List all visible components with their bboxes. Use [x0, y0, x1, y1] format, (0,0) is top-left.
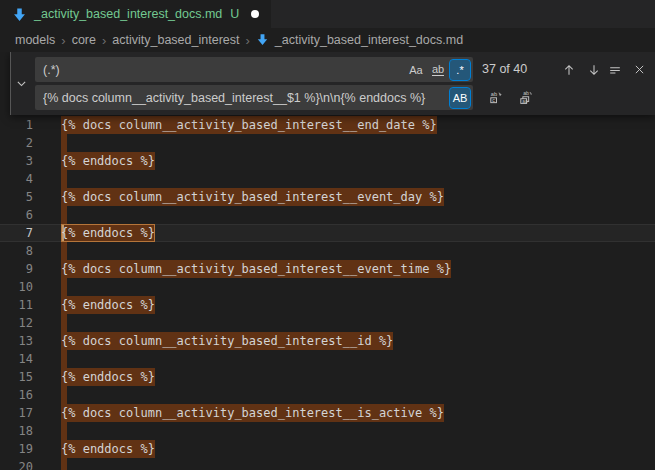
replace-button[interactable]: ab c	[485, 87, 506, 108]
find-query-text: (.*)	[43, 63, 404, 77]
toggle-replace-button[interactable]	[11, 52, 31, 115]
editor-line[interactable]: 9 {% docs column__activity_based_interes…	[0, 260, 655, 278]
next-match-button[interactable]	[583, 59, 604, 80]
find-match-highlight	[61, 422, 67, 440]
line-number: 2	[0, 134, 33, 152]
find-match-highlight	[61, 386, 67, 404]
editor-line[interactable]: 7 {% enddocs %}	[0, 224, 655, 242]
find-match-highlight	[61, 242, 67, 260]
whole-word-button[interactable]: ab	[428, 60, 448, 80]
line-text: {% enddocs %}	[61, 440, 155, 458]
line-number: 11	[0, 296, 33, 314]
line-text	[61, 422, 67, 440]
editor-line[interactable]: 2	[0, 134, 655, 152]
line-number: 12	[0, 314, 33, 332]
close-icon	[633, 63, 646, 76]
line-number: 14	[0, 350, 33, 368]
line-text: {% enddocs %}	[61, 296, 155, 314]
editor-line[interactable]: 1 {% docs column__activity_based_interes…	[0, 116, 655, 134]
line-number: 16	[0, 386, 33, 404]
regex-button[interactable]: .*	[450, 60, 470, 80]
find-match-highlight: {% docs column__activity_based_interest_…	[61, 116, 437, 134]
breadcrumb-item[interactable]: activity_based_interest	[112, 33, 239, 47]
replace-all-button[interactable]: ab ac	[515, 87, 536, 108]
find-match-highlight	[61, 314, 67, 332]
line-number: 7	[0, 224, 33, 242]
line-number: 4	[0, 170, 33, 188]
line-text: {% docs column__activity_based_interest_…	[61, 332, 393, 350]
line-text: {% enddocs %}	[61, 224, 155, 242]
selection-lines-icon	[608, 63, 622, 77]
line-number: 1	[0, 116, 33, 134]
editor-line[interactable]: 19 {% enddocs %}	[0, 440, 655, 458]
line-text	[61, 206, 67, 224]
unsaved-dot-icon[interactable]	[251, 10, 259, 18]
find-match-highlight	[61, 170, 67, 188]
preserve-case-button[interactable]: AB	[450, 88, 470, 108]
find-match-highlight: {% docs column__activity_based_interest_…	[61, 188, 444, 206]
editor-line[interactable]: 10	[0, 278, 655, 296]
find-match-highlight: {% docs column__activity_based_interest_…	[61, 332, 393, 350]
arrow-down-icon	[587, 63, 601, 77]
breadcrumb-item[interactable]: _activity_based_interest_docs.md	[275, 33, 463, 47]
editor-line[interactable]: 16	[0, 386, 655, 404]
line-number: 13	[0, 332, 33, 350]
find-in-selection-button[interactable]	[604, 59, 625, 80]
editor-line[interactable]: 5 {% docs column__activity_based_interes…	[0, 188, 655, 206]
editor-line[interactable]: 3 {% enddocs %}	[0, 152, 655, 170]
match-case-button[interactable]: Aa	[406, 60, 426, 80]
editor-line[interactable]: 14	[0, 350, 655, 368]
code-area[interactable]: 1 {% docs column__activity_based_interes…	[0, 116, 655, 470]
markdown-file-icon	[256, 33, 270, 47]
editor-line[interactable]: 17 {% docs column__activity_based_intere…	[0, 404, 655, 422]
line-text	[61, 314, 67, 332]
line-text: {% enddocs %}	[61, 368, 155, 386]
breadcrumb-item[interactable]: core	[72, 33, 96, 47]
line-text	[61, 170, 67, 188]
line-text: {% docs column__activity_based_interest_…	[61, 404, 444, 422]
line-text: {% enddocs %}	[61, 152, 155, 170]
line-number: 20	[0, 458, 33, 470]
close-button[interactable]	[629, 59, 650, 80]
find-match-highlight: {% enddocs %}	[61, 368, 155, 386]
breadcrumb-separator-icon: ›	[61, 33, 65, 48]
line-number: 18	[0, 422, 33, 440]
editor-line[interactable]: 12	[0, 314, 655, 332]
svg-text:ab: ab	[523, 90, 529, 96]
arrow-up-icon	[562, 63, 576, 77]
editor-line[interactable]: 15 {% enddocs %}	[0, 368, 655, 386]
line-number: 19	[0, 440, 33, 458]
line-number: 5	[0, 188, 33, 206]
match-count: 37 of 40	[482, 57, 527, 82]
svg-text:ac: ac	[522, 99, 528, 104]
line-number: 3	[0, 152, 33, 170]
find-replace-widget: (.*) Aa ab .* 37 of 40 {% docs column__a…	[10, 52, 655, 115]
line-number: 8	[0, 242, 33, 260]
markdown-file-icon	[12, 6, 28, 22]
find-match-highlight: {% docs column__activity_based_interest_…	[61, 260, 451, 278]
find-input[interactable]: (.*) Aa ab .*	[35, 57, 473, 82]
replace-all-icon: ab ac	[518, 90, 533, 105]
line-text	[61, 350, 67, 368]
editor: (.*) Aa ab .* 37 of 40 {% docs column__a…	[0, 52, 655, 470]
editor-line[interactable]: 8	[0, 242, 655, 260]
find-match-highlight: {% enddocs %}	[61, 296, 155, 314]
line-number: 10	[0, 278, 33, 296]
find-match-highlight: {% enddocs %}	[61, 152, 155, 170]
breadcrumb-separator-icon: ›	[245, 33, 249, 48]
editor-line[interactable]: 11 {% enddocs %}	[0, 296, 655, 314]
breadcrumb-item[interactable]: models	[15, 33, 55, 47]
editor-line[interactable]: 6	[0, 206, 655, 224]
line-number: 6	[0, 206, 33, 224]
editor-line[interactable]: 18	[0, 422, 655, 440]
editor-line[interactable]: 4	[0, 170, 655, 188]
breadcrumb-separator-icon: ›	[102, 33, 106, 48]
previous-match-button[interactable]	[558, 59, 579, 80]
line-text	[61, 134, 67, 152]
editor-tab[interactable]: _activity_based_interest_docs.md U	[0, 0, 271, 28]
editor-line[interactable]: 20	[0, 458, 655, 470]
line-text	[61, 242, 67, 260]
replace-input[interactable]: {% docs column__activity_based_interest_…	[35, 85, 473, 110]
line-text: {% docs column__activity_based_interest_…	[61, 116, 437, 134]
editor-line[interactable]: 13 {% docs column__activity_based_intere…	[0, 332, 655, 350]
